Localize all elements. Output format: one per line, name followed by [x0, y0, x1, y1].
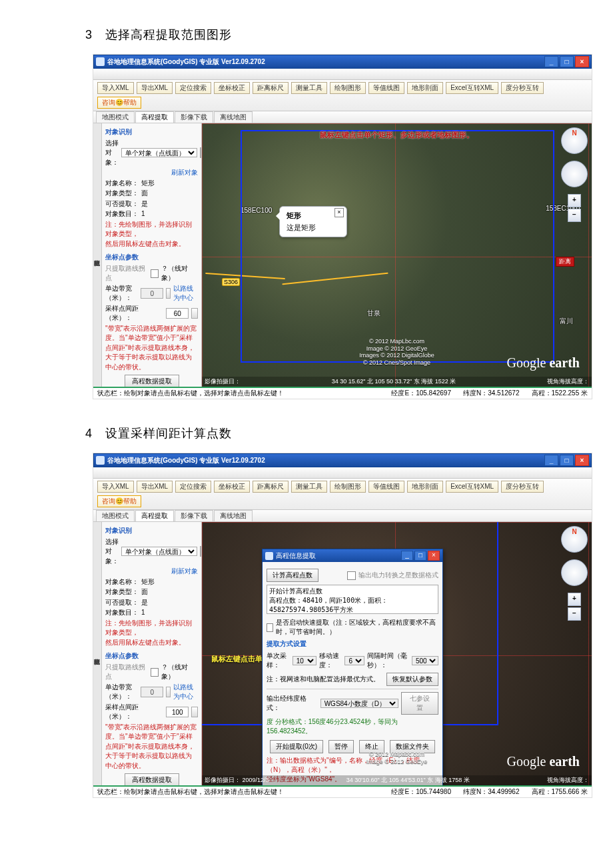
terrain-profile-button[interactable]: 地形剖面: [407, 481, 443, 493]
tab-elevation-extract[interactable]: 高程提取: [135, 111, 174, 123]
contour-map-button[interactable]: 等值线图: [368, 481, 404, 493]
zoom-in-button[interactable]: +: [568, 194, 581, 207]
earth-canvas[interactable]: 鼠标左键点击单 145 米 高程信息提取 _ □ × 计算高程点数: [202, 522, 592, 785]
select-object-label: 选择对象：: [105, 139, 119, 168]
select-object-spin[interactable]: [200, 546, 201, 557]
tab-map-mode[interactable]: 地图模式: [96, 510, 135, 521]
excel-kml-convert-button[interactable]: Excel互转XML: [446, 82, 498, 94]
object-type-value: 面: [141, 587, 148, 597]
tab-offline-map[interactable]: 离线地图: [214, 510, 253, 521]
locate-search-button[interactable]: 定位搜索: [175, 82, 211, 94]
callout-close-icon[interactable]: ×: [334, 208, 344, 217]
compass-control[interactable]: N: [561, 526, 588, 553]
distance-ruler-button[interactable]: 距离标尺: [253, 481, 289, 493]
bandwidth-input[interactable]: [141, 288, 163, 299]
coord-calibrate-button[interactable]: 坐标校正: [214, 82, 250, 94]
spacing-input[interactable]: [166, 308, 189, 319]
interval-select[interactable]: 500: [412, 656, 438, 665]
refresh-object-link[interactable]: 刷新对象: [171, 567, 198, 577]
draw-shape-button[interactable]: 绘制图形: [330, 82, 366, 94]
measure-tool-button[interactable]: 测量工具: [291, 481, 327, 493]
close-button[interactable]: ×: [575, 455, 589, 466]
seven-param-button[interactable]: 七参设置: [401, 692, 438, 715]
measure-tool-button[interactable]: 测量工具: [291, 82, 327, 94]
contour-map-button[interactable]: 等值线图: [368, 82, 404, 94]
locate-search-button[interactable]: 定位搜索: [175, 481, 211, 493]
bandwidth-input[interactable]: [141, 687, 163, 697]
compass-control[interactable]: N: [561, 127, 588, 154]
spacing-input[interactable]: [166, 707, 189, 717]
terrain-profile-button[interactable]: 地形剖面: [407, 82, 443, 94]
consult-help-button[interactable]: 咨询😊帮助: [97, 495, 141, 507]
reset-defaults-button[interactable]: 恢复默认参数: [386, 673, 438, 686]
pan-control[interactable]: [561, 559, 588, 586]
spacing-spin[interactable]: [191, 707, 198, 717]
object-name-value: 矩形: [141, 179, 155, 189]
select-object-spin[interactable]: [200, 147, 201, 158]
dms-convert-button[interactable]: 度分秒互转: [501, 82, 544, 94]
tab-offline-map[interactable]: 离线地图: [214, 111, 253, 123]
window-title-bar: 谷地地理信息系统(GoodyGIS) 专业版 Ver12.09.2702 _ □…: [93, 453, 592, 467]
select-object-dropdown[interactable]: 单个对象（点线面）: [121, 148, 197, 157]
zoom-out-button[interactable]: −: [568, 209, 581, 222]
status-text: 状态栏：绘制对象请点击鼠标右键，选择对象请点击鼠标左键！: [97, 389, 284, 398]
tab-elevation-extract[interactable]: 高程提取: [135, 510, 174, 521]
output-power-format-checkbox[interactable]: [347, 571, 356, 580]
tab-image-download[interactable]: 影像下载: [175, 510, 213, 521]
section-3-heading: 3 选择高程提取范围图形: [85, 27, 586, 43]
minimize-button[interactable]: _: [544, 455, 558, 466]
image-date-value: 2009/12/3: [243, 777, 269, 783]
export-kml-button[interactable]: 导出XML: [137, 481, 173, 493]
pan-control[interactable]: [561, 161, 588, 187]
tab-map-mode[interactable]: 地图模式: [96, 111, 135, 123]
consult-help-button[interactable]: 咨询😊帮助: [97, 97, 141, 109]
coord-calibrate-button[interactable]: 坐标校正: [214, 481, 250, 493]
fast-extract-checkbox[interactable]: [267, 623, 273, 632]
maximize-button[interactable]: □: [560, 56, 574, 67]
sidebar-toggle[interactable]: 隐藏侧栏: [93, 123, 102, 387]
start-extract-button[interactable]: 开始提取(0次): [270, 740, 323, 753]
dialog-close-button[interactable]: ×: [428, 551, 440, 561]
elevation-extract-button[interactable]: 高程数据提取: [125, 375, 179, 387]
pause-button[interactable]: 暂停: [328, 740, 354, 753]
excel-kml-convert-button[interactable]: Excel互转XML: [446, 481, 498, 493]
maximize-button[interactable]: □: [560, 455, 574, 466]
spacing-spin[interactable]: [191, 308, 198, 319]
placemark-callout[interactable]: × 矩形 这是矩形: [279, 206, 347, 237]
draw-shape-button[interactable]: 绘制图形: [330, 481, 366, 493]
earth-canvas[interactable]: S306 158EC100 158EC1001 甘泉 富川 距离 鼠标左键点击单…: [202, 123, 592, 387]
bandwidth-spin[interactable]: [166, 687, 171, 697]
fetch-method-section: 提取方式设置: [267, 639, 438, 649]
dialog-maximize-button[interactable]: □: [414, 551, 426, 561]
selection-rectangle[interactable]: [241, 130, 554, 363]
step-select[interactable]: 10: [293, 656, 316, 665]
refresh-object-link[interactable]: 刷新对象: [171, 168, 198, 178]
earth-coord-text: 34 30 15.62" 北 105 50 33.72" 东 海拔 1522 米: [332, 377, 456, 386]
sidebar-toggle[interactable]: 隐藏侧栏: [93, 522, 102, 785]
distance-ruler-button[interactable]: 距离标尺: [253, 82, 289, 94]
zoom-in-button[interactable]: +: [568, 593, 581, 606]
only-line-vertices-label: 只提取路线拐点: [105, 264, 148, 283]
dialog-minimize-button[interactable]: _: [401, 551, 413, 561]
output-format-select[interactable]: WGS84小数度（D）: [320, 699, 398, 708]
earth-nav-controls: N + −: [561, 127, 588, 222]
zoom-control: + −: [568, 194, 581, 222]
calc-log-textarea[interactable]: 开始计算高程点数 高程点数：48410，间距100米，面积：458275974.…: [267, 585, 438, 614]
image-date-label: 影像拍摄日：: [205, 777, 241, 783]
speed-select[interactable]: 6: [344, 656, 364, 665]
import-kml-button[interactable]: 导入XML: [97, 82, 134, 94]
window-title: 谷地地理信息系统(GoodyGIS) 专业版 Ver12.09.2702: [107, 456, 265, 465]
export-kml-button[interactable]: 导出XML: [137, 82, 173, 94]
only-line-vertices-checkbox[interactable]: [151, 668, 159, 677]
dms-convert-button[interactable]: 度分秒互转: [501, 481, 544, 493]
tab-image-download[interactable]: 影像下载: [175, 111, 213, 123]
minimize-button[interactable]: _: [544, 56, 558, 67]
select-object-dropdown[interactable]: 单个对象（点线面）: [121, 547, 197, 556]
zoom-out-button[interactable]: −: [568, 607, 581, 621]
import-kml-button[interactable]: 导入XML: [97, 481, 134, 493]
calculate-points-button[interactable]: 计算高程点数: [267, 569, 318, 582]
elevation-extract-button[interactable]: 高程数据提取: [125, 773, 179, 785]
bandwidth-spin[interactable]: [166, 288, 171, 299]
close-button[interactable]: ×: [575, 56, 589, 67]
only-line-vertices-checkbox[interactable]: [151, 269, 159, 278]
